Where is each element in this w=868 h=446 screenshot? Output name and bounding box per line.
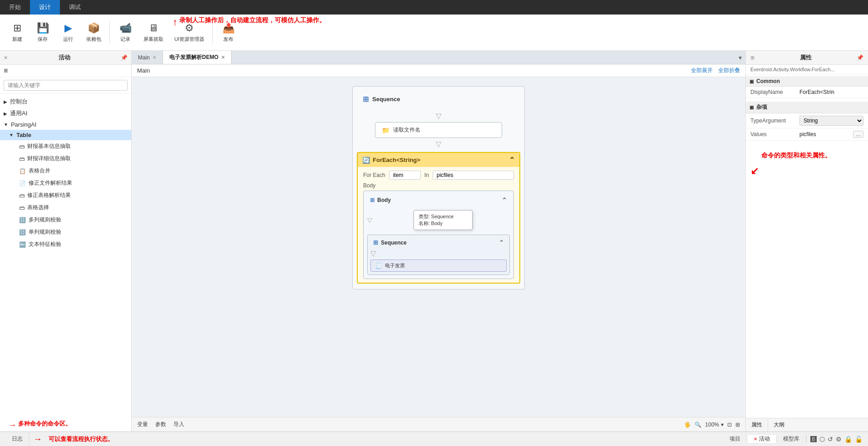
values-dots-btn[interactable]: … (853, 131, 863, 138)
bottom-icon-2[interactable]: ⬡ (819, 436, 825, 443)
foreach-each-text: For Each (363, 172, 385, 178)
canvas-breadcrumb: Main (137, 67, 150, 74)
zoom-percent: 100% (705, 421, 719, 428)
canvas-header: Main 全部展开 全部折叠 (132, 64, 745, 77)
right-panel-path: Everdroid.Activity.Workflow.ForEach... (746, 65, 868, 74)
foreach-body: For Each In Body (358, 167, 519, 283)
tree-item-6[interactable]: 🔢 多列规则校验 (0, 214, 131, 226)
tab-main-close[interactable]: ✕ (153, 55, 156, 60)
bottom-icon-1[interactable]: 🅱 (810, 436, 817, 443)
menu-icon[interactable]: ≡ (4, 67, 8, 74)
menu-tab-debug[interactable]: 调试 (60, 0, 90, 15)
tab-main[interactable]: Main ✕ (132, 51, 163, 64)
group-ai: ▶ 通用AI (0, 108, 131, 119)
tab-dropdown[interactable]: ▾ (735, 54, 745, 61)
save-button[interactable]: 💾 保存 (31, 17, 54, 48)
subgroup-table-header[interactable]: ▼ Table (0, 130, 131, 140)
inner-body-collapse[interactable]: ⌃ (502, 196, 507, 204)
arrow-tooltip: ▽ (367, 216, 372, 224)
fit-icon[interactable]: ⊡ (727, 421, 732, 428)
read-file-node[interactable]: 📁 读取文件名 (375, 122, 502, 138)
canvas-area[interactable]: ⊞ Sequence ▽ 📁 读取文件名 ▽ (132, 77, 745, 417)
var-btn[interactable]: 变量 (137, 421, 148, 428)
publish-button[interactable]: 📤 发布 (217, 17, 240, 48)
foreach-item-input[interactable] (389, 171, 421, 180)
menu-tab-start[interactable]: 开始 (0, 0, 30, 15)
right-tab-outline[interactable]: 大纲 (768, 418, 790, 431)
foreach-picfiles-input[interactable] (433, 171, 514, 180)
right-prop-common: ▣ Common DisplayName ForEach<Strin (746, 74, 868, 100)
ui-manager-label: UI资源管理器 (174, 36, 204, 43)
bottom-tab-model[interactable]: 模型库 (777, 435, 806, 443)
type-arg-select[interactable]: String (799, 116, 863, 126)
foreach-in-text: In (424, 172, 429, 178)
inner-sequence-label: Sequence (381, 240, 407, 246)
type-arg-row: TypeArgument String (746, 113, 868, 128)
group-ctrl-label: 控制台 (10, 98, 28, 106)
zoom-dropdown[interactable]: ▾ (721, 421, 724, 428)
outer-sequence-header: ⊞ Sequence (358, 92, 519, 106)
zoom-icon[interactable]: 🔍 (695, 421, 701, 428)
toolbar-divider-1 (109, 21, 110, 44)
right-bottom-tabs: 属性 大纲 (746, 418, 868, 431)
main-layout: ✕ 活动 📌 ≡ ▶ 控制台 ▶ 通用AI (0, 51, 868, 431)
item-icon-5: 🗃 (19, 205, 25, 211)
bottom-icon-4[interactable]: ⚙ (836, 436, 842, 443)
left-annotation-text: 多种命令的命令区。 (18, 420, 71, 427)
bottom-tab-activity[interactable]: ✕ 活动 (747, 435, 777, 443)
deps-button[interactable]: 📦 依赖包 (82, 17, 106, 48)
tab-demo-close[interactable]: ✕ (221, 55, 225, 60)
record-button[interactable]: 📹 记录 (113, 17, 137, 48)
arrow-inner: ▽ (370, 249, 507, 258)
search-input[interactable] (4, 80, 128, 91)
tree-item-3[interactable]: 📄 修正文件解析结果 (0, 177, 131, 189)
bottom-tab-log[interactable]: 日志 (5, 432, 30, 446)
record-label: 记录 (120, 36, 130, 43)
new-button[interactable]: ⊞ 新建 (5, 17, 29, 48)
expand-all-btn[interactable]: 全部展开 (691, 67, 713, 74)
fullscreen-icon[interactable]: ⊞ (735, 421, 740, 428)
param-btn[interactable]: 参数 (155, 421, 166, 428)
tree-item-0[interactable]: 🗃 财报基本信息抽取 (0, 140, 131, 152)
common-expand-icon: ▣ (750, 79, 754, 84)
tree-item-8[interactable]: 🔤 文本特征检验 (0, 238, 131, 250)
bottom-node[interactable]: 🧾 电子发票 (370, 260, 507, 272)
foreach-collapse[interactable]: ⌃ (509, 156, 515, 164)
tree-item-1[interactable]: 🗃 财报详细信息抽取 (0, 152, 131, 165)
tree-item-5[interactable]: 🗃 表格选择 (0, 201, 131, 214)
read-file-icon: 📁 (382, 127, 390, 134)
workflow-scroll: ⊞ Sequence ▽ 📁 读取文件名 ▽ (141, 86, 736, 289)
tab-main-label: Main (138, 54, 150, 61)
collapse-all-btn[interactable]: 全部折叠 (718, 67, 740, 74)
tree-item-7[interactable]: 🔢 单列规则校验 (0, 226, 131, 238)
foreach-container: 🔄 ForEach<String> ⌃ For Each In (357, 152, 520, 284)
right-tab-props[interactable]: 属性 (746, 418, 768, 431)
bottom-icon-3[interactable]: ↺ (828, 436, 833, 443)
canvas-actions: 全部展开 全部折叠 (691, 67, 740, 74)
tree-item-2[interactable]: 📋 表格合并 (0, 165, 131, 177)
capture-button[interactable]: 🖥 屏幕抓取 (139, 17, 168, 48)
left-panel-menu: ≡ (0, 65, 131, 77)
tree-item-4[interactable]: 🗃 修正表格解析结果 (0, 189, 131, 201)
right-annotation-arrow: ↙ (750, 165, 759, 177)
new-label: 新建 (12, 36, 22, 43)
right-panel-pin[interactable]: 📌 (857, 54, 863, 61)
seq-icon: ⊞ (363, 95, 369, 103)
run-button[interactable]: ▶ 运行 (56, 17, 80, 48)
bottom-icon-5[interactable]: 🔒 (844, 436, 852, 443)
bottom-tab-project[interactable]: 项目 (723, 435, 747, 443)
ui-manager-button[interactable]: ⚙ UI资源管理器 (170, 17, 209, 48)
inner-seq-collapse[interactable]: ⌃ (499, 239, 504, 246)
publish-label: 发布 (223, 36, 233, 43)
group-ai-header[interactable]: ▶ 通用AI (0, 108, 131, 119)
bottom-icon-6[interactable]: 🔓 (855, 436, 863, 443)
hand-icon[interactable]: 🖐 (684, 421, 691, 428)
group-ctrl-header[interactable]: ▶ 控制台 (0, 96, 131, 108)
group-parsing-header[interactable]: ▼ ParsingAI (0, 119, 131, 130)
right-panel: ⊞ 属性 📌 Everdroid.Activity.Workflow.ForEa… (745, 51, 868, 431)
canvas-bottom-bar: 变量 参数 导入 🖐 🔍 100% ▾ ⊡ ⊞ (132, 417, 745, 431)
tab-demo[interactable]: 电子发票解析DEMO ✕ (163, 51, 232, 64)
pin-icon[interactable]: 📌 (121, 54, 128, 61)
import-btn[interactable]: 导入 (173, 421, 184, 428)
menu-tab-design[interactable]: 设计 (30, 0, 60, 15)
